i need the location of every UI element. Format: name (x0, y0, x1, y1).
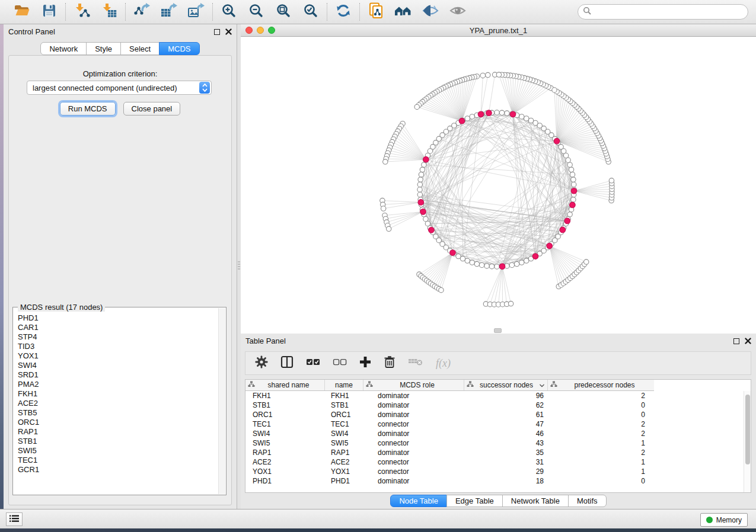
column-header-predecessor-nodes[interactable]: predecessor nodes (548, 380, 654, 390)
deselect-all-button[interactable] (333, 358, 347, 368)
network-window-titlebar[interactable]: YPA_prune.txt_1 (241, 24, 756, 37)
mcds-result-item[interactable]: TID3 (18, 342, 218, 351)
network-node[interactable] (567, 212, 572, 217)
mcds-list-scrollbar[interactable] (218, 308, 225, 494)
select-all-button[interactable] (306, 358, 320, 368)
mcds-hub-node[interactable] (486, 110, 492, 116)
table-row[interactable]: ORC1ORC1dominator610 (245, 410, 744, 419)
network-node[interactable] (417, 182, 422, 187)
network-node[interactable] (470, 260, 474, 265)
network-node[interactable] (479, 262, 484, 267)
close-panel-button[interactable]: Close panel (123, 102, 181, 116)
mcds-result-item[interactable]: STP4 (18, 332, 218, 342)
network-node[interactable] (569, 167, 573, 172)
network-canvas[interactable] (241, 37, 756, 334)
network-node[interactable] (509, 262, 514, 267)
column-header-successor-nodes[interactable]: successor nodes (464, 380, 548, 390)
network-node[interactable] (420, 167, 425, 172)
mcds-result-item[interactable]: STB5 (18, 408, 218, 418)
memory-button[interactable]: Memory (700, 513, 748, 527)
optimization-criterion-dropdown[interactable]: largest connected component (undirected) (27, 81, 212, 95)
import-network-button[interactable] (73, 4, 91, 20)
mcds-hub-node[interactable] (423, 156, 429, 162)
network-leaf-node[interactable] (584, 259, 589, 264)
network-from-file-button[interactable] (367, 4, 385, 20)
mcds-hub-node[interactable] (450, 250, 456, 256)
mcds-hub-node[interactable] (564, 218, 570, 224)
mcds-hub-node[interactable] (478, 111, 484, 117)
table-row[interactable]: SWI5SWI5connector431 (245, 438, 744, 448)
close-panel-icon[interactable] (225, 27, 232, 37)
network-node[interactable] (422, 162, 426, 167)
export-network-button[interactable] (133, 4, 151, 20)
float-panel-icon[interactable] (214, 29, 220, 35)
network-leaf-node[interactable] (552, 88, 557, 92)
network-node[interactable] (484, 264, 489, 268)
table-row[interactable]: FKH1FKH1dominator962 (245, 391, 744, 400)
mcds-result-item[interactable]: PHD1 (18, 313, 218, 323)
network-node[interactable] (567, 162, 572, 167)
network-node[interactable] (489, 264, 494, 269)
tab-select[interactable]: Select (120, 42, 160, 55)
network-node[interactable] (571, 197, 576, 202)
tab-edge-table[interactable]: Edge Table (446, 495, 503, 507)
mcds-result-item[interactable]: PMA2 (18, 380, 218, 389)
column-header-mcds-role[interactable]: MCDS role (363, 380, 464, 390)
mcds-hub-node[interactable] (459, 118, 465, 124)
mcds-result-item[interactable]: SWI4 (18, 361, 218, 370)
network-node[interactable] (460, 256, 465, 261)
network-node[interactable] (474, 261, 479, 266)
network-node[interactable] (495, 264, 499, 269)
network-node[interactable] (571, 177, 576, 182)
tab-mcds[interactable]: MCDS (159, 42, 199, 55)
mcds-hub-node[interactable] (510, 111, 516, 117)
network-node[interactable] (423, 217, 428, 222)
mcds-hub-node[interactable] (429, 227, 435, 233)
mcds-hub-node[interactable] (418, 200, 424, 206)
network-node[interactable] (417, 187, 422, 192)
mcds-result-item[interactable]: STB1 (18, 437, 218, 446)
network-node[interactable] (419, 172, 423, 177)
network-node[interactable] (528, 118, 533, 123)
mcds-hub-node[interactable] (547, 243, 553, 249)
network-node[interactable] (470, 114, 474, 119)
save-session-button[interactable] (40, 4, 58, 20)
network-node[interactable] (524, 116, 529, 121)
close-panel-icon[interactable] (745, 336, 751, 347)
network-node[interactable] (499, 110, 504, 115)
export-table-button[interactable] (160, 4, 178, 20)
table-row[interactable]: ACE2ACE2connector311 (245, 457, 744, 467)
mcds-hub-node[interactable] (560, 227, 566, 233)
table-row[interactable]: PHD1PHD1dominator180 (245, 476, 744, 486)
tab-network-table[interactable]: Network Table (502, 495, 569, 507)
tab-network[interactable]: Network (40, 42, 87, 55)
mcds-result-item[interactable]: ACE2 (18, 399, 218, 408)
table-row[interactable]: TEC1TEC1connector472 (245, 419, 744, 429)
table-row[interactable]: RAP1RAP1dominator352 (245, 448, 744, 457)
mcds-result-item[interactable]: TEC1 (18, 456, 218, 465)
network-node[interactable] (566, 158, 570, 162)
tab-node-table[interactable]: Node Table (390, 495, 447, 507)
show-graphics-button[interactable] (449, 4, 467, 20)
network-node[interactable] (524, 258, 529, 263)
refresh-button[interactable] (334, 4, 352, 20)
search-input[interactable] (594, 8, 743, 16)
mcds-result-item[interactable]: GCR1 (18, 465, 218, 475)
zoom-out-button[interactable] (247, 4, 265, 20)
network-leaf-node[interactable] (439, 287, 444, 292)
network-node[interactable] (465, 116, 470, 121)
mcds-result-item[interactable]: SWI5 (18, 446, 218, 456)
mcds-hub-node[interactable] (499, 264, 505, 270)
table-row[interactable]: SWI4SWI4dominator462 (245, 429, 744, 438)
table-scrollbar[interactable] (744, 391, 751, 492)
run-mcds-button[interactable]: Run MCDS (60, 102, 116, 116)
mcds-hub-node[interactable] (571, 188, 577, 194)
network-leaf-node[interactable] (480, 73, 485, 78)
mcds-result-item[interactable]: CAR1 (18, 323, 218, 332)
network-leaf-node[interactable] (486, 72, 490, 77)
export-image-button[interactable] (187, 4, 205, 20)
mcds-hub-node[interactable] (570, 202, 576, 208)
column-settings-button[interactable] (255, 355, 268, 371)
mcds-result-item[interactable]: RAP1 (18, 427, 218, 437)
network-node[interactable] (514, 261, 519, 266)
